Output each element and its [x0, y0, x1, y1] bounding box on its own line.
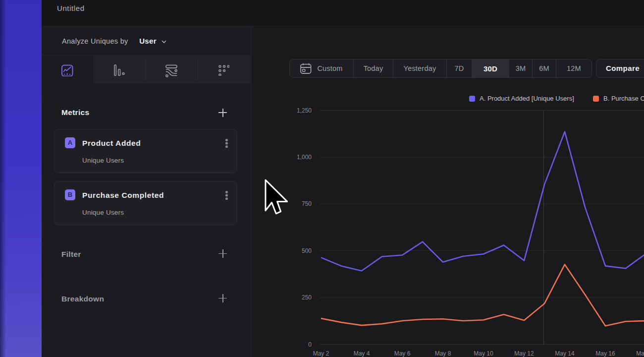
svg-text:May 16: May 16: [595, 350, 615, 357]
svg-text:0: 0: [308, 341, 312, 348]
svg-text:250: 250: [302, 294, 312, 301]
svg-text:May 8: May 8: [435, 350, 451, 357]
svg-text:May 18: May 18: [636, 350, 644, 357]
svg-text:1,250: 1,250: [297, 107, 312, 114]
svg-text:May 4: May 4: [354, 350, 370, 357]
svg-text:May 2: May 2: [313, 350, 329, 357]
svg-text:May 6: May 6: [394, 350, 411, 357]
svg-text:May 10: May 10: [474, 350, 493, 357]
svg-text:May 14: May 14: [555, 350, 575, 357]
svg-text:May 12: May 12: [514, 350, 534, 357]
svg-text:750: 750: [302, 200, 312, 207]
svg-text:500: 500: [302, 247, 312, 254]
svg-text:1,000: 1,000: [297, 154, 312, 161]
